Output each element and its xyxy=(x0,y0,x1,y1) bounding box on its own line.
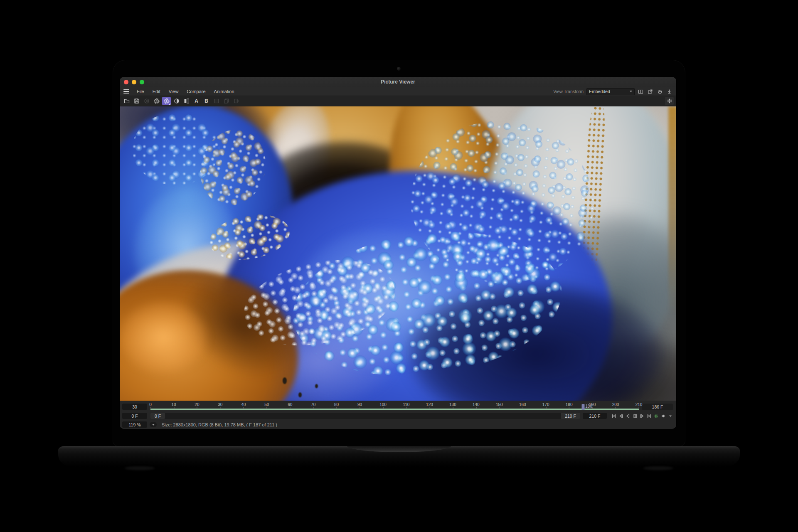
ruler-tick: 210 xyxy=(635,402,643,407)
contrast-icon[interactable] xyxy=(172,97,181,105)
ruler-tick: 50 xyxy=(264,402,269,407)
ruler-tick: 120 xyxy=(426,402,433,407)
laptop-base xyxy=(58,446,740,467)
more-options-icon[interactable] xyxy=(667,413,674,419)
open-folder-icon[interactable] xyxy=(122,97,131,105)
status-bar-text: Size: 2880x1800, RGB (8 Bit), 19.78 MB, … xyxy=(162,422,277,427)
preview-range-bar[interactable]: 0 F 210 F xyxy=(150,413,580,419)
skip-to-end-button[interactable] xyxy=(645,413,653,419)
view-transform-label: View Transform xyxy=(553,89,584,94)
pause-button[interactable] xyxy=(631,413,638,419)
ruler-tick: 60 xyxy=(288,402,292,407)
picture-viewer-window: Picture Viewer File Edit View Compare An… xyxy=(120,77,676,429)
ruler-tick: 0 xyxy=(149,402,152,407)
end-frame-field[interactable]: 210 F xyxy=(583,413,607,419)
ruler-tick: 140 xyxy=(473,402,480,407)
fps-field[interactable]: 30 xyxy=(122,404,147,410)
ab-panels-icon[interactable] xyxy=(182,97,191,105)
chevron-down-icon xyxy=(630,91,632,92)
ruler-tick: 100 xyxy=(379,402,387,407)
lid-scoop xyxy=(347,446,451,452)
gear-icon-active[interactable] xyxy=(162,97,171,105)
menu-bar: File Edit View Compare Animation View Tr… xyxy=(120,87,676,96)
art-blob xyxy=(668,106,676,314)
disabled-circle-x-icon xyxy=(142,97,151,105)
transport-controls xyxy=(610,413,674,419)
range-start-handle[interactable]: 0 F xyxy=(150,413,165,419)
version-a-label[interactable]: A xyxy=(192,97,201,105)
laptop-foot xyxy=(125,466,155,470)
split-panel-icon[interactable] xyxy=(637,89,644,95)
step-backward-button[interactable] xyxy=(617,413,624,419)
ruler-tick: 130 xyxy=(449,402,456,407)
playback-settings-icon[interactable] xyxy=(653,413,660,419)
pin-down-icon[interactable] xyxy=(666,89,673,95)
zoom-level-field[interactable]: 119 % xyxy=(122,421,147,428)
ruler-tick: 30 xyxy=(218,402,222,407)
ruler-tick: 90 xyxy=(357,402,362,407)
playhead[interactable]: 186 xyxy=(581,404,584,410)
ruler-tick: 80 xyxy=(334,402,339,407)
disabled-box-icon xyxy=(212,97,221,105)
pop-out-icon[interactable] xyxy=(647,89,654,95)
step-forward-button[interactable] xyxy=(638,413,645,419)
render-progress-bar xyxy=(150,409,639,410)
ruler-tick: 150 xyxy=(496,402,503,407)
menu-view[interactable]: View xyxy=(165,88,183,96)
ruler-tick: 70 xyxy=(311,402,315,407)
gear-x-icon[interactable] xyxy=(152,97,161,105)
ruler-tick: 170 xyxy=(542,402,549,407)
laptop-foot xyxy=(643,466,673,470)
hamburger-icon[interactable] xyxy=(123,89,129,94)
webcam-dot xyxy=(397,67,401,71)
ruler-tick: 110 xyxy=(403,402,409,407)
timeline-panel: 30 186 010203040506070809010011012013014… xyxy=(120,401,676,429)
version-b-label[interactable]: B xyxy=(202,97,211,105)
hand-icon[interactable] xyxy=(656,89,663,95)
title-bar: Picture Viewer xyxy=(120,77,676,87)
save-icon[interactable] xyxy=(132,97,141,105)
range-end-handle[interactable]: 210 F xyxy=(561,413,580,419)
window-title: Picture Viewer xyxy=(120,79,676,85)
molecule-icon[interactable] xyxy=(665,97,674,105)
disabled-copy-arrow-icon xyxy=(232,97,241,105)
view-transform-select[interactable]: Embedded xyxy=(586,88,635,95)
render-image xyxy=(120,106,676,401)
ruler-tick: 180 xyxy=(566,402,573,407)
menu-animation[interactable]: Animation xyxy=(210,88,239,96)
frame-zero-field[interactable]: 0 F xyxy=(122,413,147,419)
audio-icon[interactable] xyxy=(660,413,667,419)
toolbar: A B xyxy=(120,96,676,106)
playhead-label: 186 xyxy=(585,404,592,409)
zoom-dropdown-button[interactable] xyxy=(150,422,157,427)
ruler-tick: 20 xyxy=(195,402,199,407)
disabled-copy-icon xyxy=(222,97,231,105)
menu-file[interactable]: File xyxy=(133,88,148,96)
art-blob xyxy=(120,302,207,372)
ruler-tick: 40 xyxy=(241,402,246,407)
current-frame-field[interactable]: 186 F xyxy=(642,404,673,410)
menu-compare[interactable]: Compare xyxy=(182,88,209,96)
art-drip xyxy=(315,384,318,388)
timeline-ruler[interactable]: 186 010203040506070809010011012013014015… xyxy=(150,402,639,411)
skip-to-start-button[interactable] xyxy=(610,413,617,419)
ruler-tick: 160 xyxy=(519,402,526,407)
view-transform-value: Embedded xyxy=(589,89,610,94)
ruler-tick: 200 xyxy=(612,402,619,407)
menu-edit[interactable]: Edit xyxy=(148,88,165,96)
play-backward-button[interactable] xyxy=(624,413,631,419)
art-drip xyxy=(298,392,302,397)
art-drip xyxy=(283,377,287,384)
ruler-tick: 10 xyxy=(171,402,176,407)
